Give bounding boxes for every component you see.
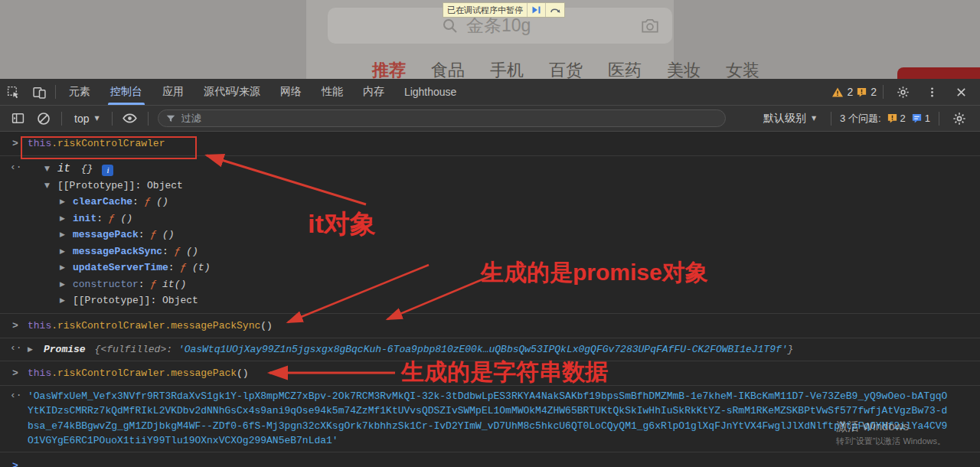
resume-script-button[interactable] [527, 3, 545, 17]
method-row-constructor: ▶constructor: ƒ it() [28, 276, 949, 293]
close-icon [956, 87, 967, 98]
issues-count-label: 3 个问题: [840, 112, 880, 126]
console-log: > this.riskControlCrawler ‹· ▼it{}i ▼[[P… [0, 132, 980, 467]
devtools-tabbar: 元素 控制台 应用 源代码/来源 网络 性能 内存 Lighthouse 2 2 [0, 79, 980, 106]
caret-right-icon[interactable]: ▶ [60, 243, 73, 260]
object-preview-row: ▼it{}i [28, 161, 949, 178]
divider [831, 112, 831, 126]
divider [883, 85, 884, 99]
console-sidebar-toggle-button[interactable] [6, 108, 29, 129]
tab-sources[interactable]: 源代码/来源 [194, 79, 270, 105]
toggle-device-toolbar-button[interactable] [26, 79, 52, 106]
console-input-prompt-icon: > [12, 459, 18, 467]
debugger-paused-banner: 已在调试程序中暂停 [443, 2, 565, 18]
caret-right-icon[interactable]: ▶ [60, 276, 73, 293]
result-marker-icon: ‹· [10, 341, 22, 356]
issues-message-badge[interactable]: 1 [911, 113, 930, 124]
result-marker-icon: ‹· [10, 388, 22, 403]
console-filter-field[interactable] [158, 109, 726, 127]
tab-console[interactable]: 控制台 [100, 79, 152, 105]
method-row: ▶clearCache: ƒ () [28, 194, 949, 211]
message-bubble-icon [911, 113, 923, 124]
method-row: ▶updateServerTime: ƒ (t) [28, 260, 949, 276]
method-row: ▶messagePack: ƒ () [28, 227, 949, 243]
inspect-element-button[interactable] [0, 79, 26, 106]
page-red-button-partial [897, 67, 980, 79]
tab-lighthouse[interactable]: Lighthouse [394, 79, 467, 105]
caret-right-icon[interactable]: ▶ [28, 341, 41, 357]
prototype-expanded-row: ▼[[Prototype]]: Object [28, 178, 949, 194]
command-prompt-icon: > [12, 318, 18, 334]
eye-icon [122, 111, 137, 126]
chevron-down-icon: ▼ [812, 115, 816, 122]
javascript-context-selector[interactable]: top ▼ [68, 113, 106, 125]
caret-right-icon[interactable]: ▶ [60, 292, 73, 309]
console-input-line[interactable]: > [0, 452, 980, 467]
camera-icon[interactable] [640, 16, 660, 36]
caret-right-icon[interactable]: ▶ [60, 260, 73, 276]
caret-down-icon[interactable]: ▼ [44, 178, 57, 194]
search-input[interactable] [466, 15, 558, 36]
dimmed-webpage: 推荐 食品 手机 百货 医药 美妆 女装 已在调试程序中暂停 [0, 0, 980, 79]
divider [61, 112, 62, 126]
inspect-icon [7, 86, 20, 99]
command-prompt-icon: > [12, 366, 18, 381]
tab-network[interactable]: 网络 [270, 79, 312, 105]
issue-bubble-icon [856, 87, 867, 98]
caret-right-icon[interactable]: ▶ [60, 227, 73, 243]
paused-text: 已在调试程序中暂停 [443, 3, 527, 17]
tab-performance[interactable]: 性能 [312, 79, 353, 105]
divider [55, 85, 56, 99]
devtools-close-button[interactable] [948, 79, 974, 106]
clear-console-icon [37, 112, 51, 126]
command-prompt-icon: > [12, 136, 18, 152]
caret-right-icon[interactable]: ▶ [60, 211, 73, 227]
console-settings-button[interactable] [948, 108, 971, 129]
gear-icon [952, 112, 966, 126]
tab-memory[interactable]: 内存 [353, 79, 394, 105]
search-icon [442, 18, 459, 34]
console-result-object: ‹· ▼it{}i ▼[[Prototype]]: Object ▶clearC… [0, 156, 980, 314]
clear-console-button[interactable] [32, 108, 55, 129]
console-sidebar-icon [11, 112, 24, 125]
filter-input[interactable] [181, 113, 718, 124]
divider [112, 112, 113, 126]
warning-triangle-icon [831, 87, 844, 98]
console-result-string: ‹· 'OasWfxUeM_Vefx3NVfr9RT3RdaXvS1gk1Y-l… [0, 386, 980, 452]
console-command-2: > this.riskControlCrawler.messagePackSyn… [0, 314, 980, 338]
log-level-selector[interactable]: 默认级别 ▼ [757, 112, 822, 126]
console-command-1: > this.riskControlCrawler [0, 132, 980, 156]
divider [148, 112, 149, 126]
issue-bubble-icon [887, 113, 898, 124]
string-result-value: 'OasWfxUeM_Vefx3NVfr9RT3RdaXvS1gk1Y-lpX8… [28, 390, 947, 447]
step-over-button[interactable] [545, 3, 564, 17]
issues-badge[interactable]: 2 [856, 86, 877, 98]
method-row: ▶messagePackSync: ƒ () [28, 243, 949, 260]
devtools-menu-button[interactable] [919, 79, 945, 106]
console-warnings-badge[interactable]: 2 [831, 86, 853, 98]
info-badge[interactable]: i [102, 165, 113, 176]
filter-funnel-icon [165, 113, 176, 124]
device-toolbar-icon [33, 86, 46, 99]
devtools-settings-button[interactable] [890, 79, 916, 106]
screen: 推荐 食品 手机 百货 医药 美妆 女装 已在调试程序中暂停 [0, 0, 980, 467]
method-row: ▶init: ƒ () [28, 211, 949, 227]
command-text: this [28, 138, 51, 149]
kebab-menu-icon [926, 87, 938, 98]
console-command-3: > this.riskControlCrawler.messagePack() [0, 361, 980, 386]
live-expression-button[interactable] [119, 108, 142, 129]
step-over-icon [550, 5, 560, 15]
chevron-down-icon: ▼ [94, 115, 99, 122]
issues-error-badge[interactable]: 2 [887, 113, 906, 124]
tab-elements[interactable]: 元素 [59, 79, 100, 105]
result-marker-icon: ‹· [10, 160, 22, 175]
resume-icon [531, 5, 541, 15]
caret-right-icon[interactable]: ▶ [60, 194, 73, 211]
divider [939, 112, 939, 126]
caret-down-icon[interactable]: ▼ [44, 161, 57, 178]
prototype-collapsed-row: ▶[[Prototype]]: Object [28, 292, 949, 309]
gear-icon [897, 86, 910, 99]
console-result-promise: ‹· ▶Promise{<fulfilled>: 'OasWtq1UOjXay9… [0, 338, 980, 361]
tab-application[interactable]: 应用 [152, 79, 194, 105]
console-toolbar: top ▼ 默认级别 ▼ 3 个问题: 2 1 [0, 106, 980, 132]
